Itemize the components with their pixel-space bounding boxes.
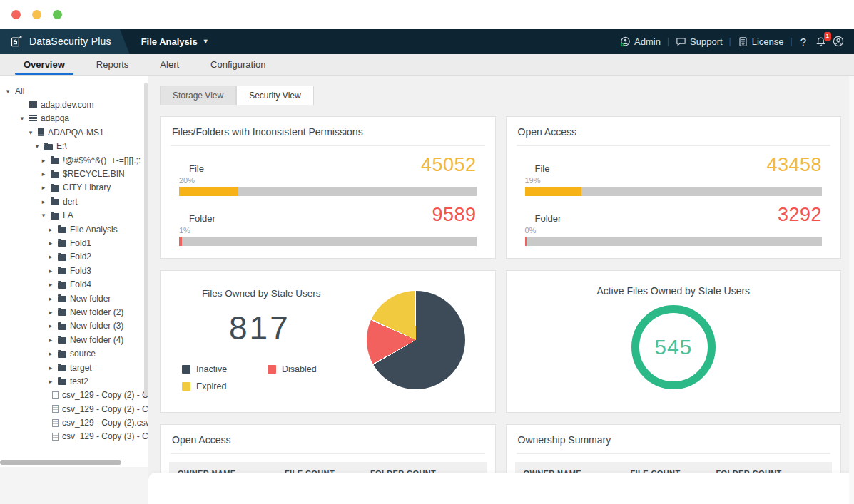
tab-reports[interactable]: Reports bbox=[88, 54, 138, 75]
profile-button[interactable] bbox=[833, 36, 844, 47]
tree-item-label: Fold1 bbox=[70, 238, 91, 248]
tree-item[interactable]: csv_129 - Copy (2).csv bbox=[0, 416, 148, 429]
brand-block[interactable]: DataSecurity Plus bbox=[0, 29, 130, 54]
chevron-right-icon[interactable]: ▸ bbox=[47, 309, 54, 316]
chevron-right-icon[interactable]: ▸ bbox=[47, 281, 54, 288]
sidebar-vertical-scrollbar[interactable] bbox=[144, 83, 148, 396]
tree-item-label: Fold2 bbox=[70, 252, 91, 262]
chevron-right-icon[interactable]: ▸ bbox=[47, 378, 54, 385]
tree-item[interactable]: csv_129 - Copy (2) - Copy - Cop bbox=[0, 389, 148, 402]
header-actions: Admin | Support | License | ? 1 bbox=[620, 36, 854, 48]
tab-configuration[interactable]: Configuration bbox=[202, 54, 274, 75]
separator: | bbox=[791, 36, 793, 46]
tree-item[interactable]: ▸Fold1 bbox=[0, 236, 148, 250]
folder-icon bbox=[58, 351, 66, 358]
tree-item[interactable]: ▾adapqa bbox=[0, 112, 148, 125]
tree-item[interactable]: csv_129 - Copy (3) - Copy.csv bbox=[0, 430, 148, 443]
tree-item-label: adapqa bbox=[41, 113, 69, 123]
folder-icon bbox=[51, 158, 59, 164]
chevron-right-icon[interactable]: ▸ bbox=[47, 364, 54, 371]
legend-item[interactable]: Inactive bbox=[182, 364, 260, 374]
domain-icon bbox=[29, 115, 37, 122]
tree-item[interactable]: ▾All bbox=[0, 84, 148, 98]
chevron-right-icon[interactable]: ▸ bbox=[40, 198, 47, 205]
admin-menu[interactable]: Admin bbox=[620, 36, 661, 47]
tree-item[interactable]: ▸test2 bbox=[0, 374, 148, 388]
support-menu[interactable]: Support bbox=[676, 36, 723, 47]
sidebar-horizontal-scrollbar[interactable] bbox=[0, 460, 121, 465]
chevron-right-icon[interactable]: ▸ bbox=[47, 226, 54, 233]
tree-item-label: Fold4 bbox=[70, 279, 91, 289]
tree-item[interactable]: csv_129 - Copy (2) - Copy.csv bbox=[0, 402, 148, 416]
tree-item-label: !@#$%^&()_+-=[][].;: bbox=[63, 155, 141, 165]
tree-item[interactable]: ▸New folder (3) bbox=[0, 319, 148, 333]
domain-icon bbox=[29, 101, 37, 108]
module-selector[interactable]: File Analysis ▼ bbox=[141, 36, 209, 47]
tree-item-label: File Analysis bbox=[70, 225, 118, 235]
stat-value: 43458 bbox=[766, 155, 822, 174]
tree-item[interactable]: ▸File Analysis bbox=[0, 222, 148, 236]
tree-item[interactable]: ▸target bbox=[0, 361, 148, 374]
tree-item[interactable]: ▸!@#$%^&()_+-=[][].;: bbox=[0, 153, 148, 167]
close-window-button[interactable] bbox=[11, 10, 21, 19]
tree-item-label: New folder bbox=[70, 294, 111, 304]
maximize-window-button[interactable] bbox=[53, 10, 62, 19]
legend-label: Disabled bbox=[282, 364, 317, 374]
card-title: Files Owned by Stale Users bbox=[202, 288, 367, 299]
chevron-right-icon[interactable]: ▸ bbox=[40, 184, 47, 191]
progress-bar bbox=[179, 237, 477, 246]
help-button[interactable]: ? bbox=[799, 36, 808, 48]
folder-icon bbox=[58, 254, 66, 261]
tree-item[interactable]: ▸Fold4 bbox=[0, 277, 148, 291]
chevron-right-icon[interactable]: ▸ bbox=[47, 350, 54, 357]
notifications-button[interactable]: 1 bbox=[815, 36, 826, 47]
card-open-access: Open Access File 43458 19% bbox=[506, 116, 842, 259]
tree-item[interactable]: ▾FA bbox=[0, 209, 148, 222]
chevron-right-icon[interactable]: ▸ bbox=[47, 336, 54, 344]
chevron-right-icon[interactable]: ▸ bbox=[40, 170, 47, 178]
tree-item[interactable]: ▸New folder bbox=[0, 292, 148, 305]
chevron-down-icon[interactable]: ▾ bbox=[27, 129, 34, 136]
tree-item[interactable]: ▸Fold3 bbox=[0, 264, 148, 277]
minimize-window-button[interactable] bbox=[32, 10, 41, 19]
chevron-down-icon[interactable]: ▾ bbox=[19, 115, 26, 122]
progress-bar bbox=[179, 187, 477, 196]
tab-alert[interactable]: Alert bbox=[151, 54, 188, 75]
tree-item[interactable]: ▸New folder (2) bbox=[0, 305, 148, 319]
tree-item-label: ADAPQA-MS1 bbox=[48, 128, 104, 138]
titlebar bbox=[0, 0, 854, 29]
tree-item[interactable]: ▸Fold2 bbox=[0, 250, 148, 264]
tree-item[interactable]: adap.dev.com bbox=[0, 98, 148, 111]
chevron-right-icon[interactable]: ▸ bbox=[47, 240, 54, 247]
tree-item-label: FA bbox=[63, 210, 73, 220]
stat-percent: 1% bbox=[179, 226, 477, 235]
tree-item[interactable]: ▾E:\ bbox=[0, 140, 148, 153]
license-menu[interactable]: License bbox=[738, 36, 784, 47]
main-content: Storage View Security View Files/Folders… bbox=[148, 76, 854, 504]
chevron-right-icon[interactable]: ▸ bbox=[40, 157, 47, 164]
chevron-down-icon[interactable]: ▾ bbox=[40, 212, 47, 219]
chevron-right-icon[interactable]: ▸ bbox=[47, 322, 54, 329]
chevron-right-icon[interactable]: ▸ bbox=[47, 253, 54, 260]
folder-icon bbox=[58, 268, 66, 274]
tree-item[interactable]: ▾ADAPQA-MS1 bbox=[0, 125, 148, 139]
progress-bar bbox=[525, 187, 823, 196]
legend-item[interactable]: Disabled bbox=[268, 364, 346, 374]
tree-item-label: E:\ bbox=[56, 141, 67, 151]
tree-item[interactable]: ▸New folder (4) bbox=[0, 333, 148, 346]
tab-storage-view[interactable]: Storage View bbox=[160, 86, 236, 105]
tree-item[interactable]: ▸source bbox=[0, 346, 148, 360]
legend-item[interactable]: Expired bbox=[182, 381, 260, 391]
tab-overview[interactable]: Overview bbox=[15, 54, 73, 75]
tree-item[interactable]: ▸$RECYCLE.BIN bbox=[0, 167, 148, 180]
stat-label: Folder bbox=[525, 213, 561, 224]
tree-item[interactable]: ▸dert bbox=[0, 195, 148, 208]
tree-item[interactable]: ▸CITY Library bbox=[0, 181, 148, 195]
tab-security-view[interactable]: Security View bbox=[236, 86, 313, 105]
chevron-down-icon[interactable]: ▾ bbox=[4, 88, 11, 95]
stat-percent: 20% bbox=[179, 176, 477, 185]
chevron-down-icon[interactable]: ▾ bbox=[34, 143, 41, 150]
chevron-down-icon: ▼ bbox=[203, 38, 209, 45]
chevron-right-icon[interactable]: ▸ bbox=[47, 295, 54, 302]
chevron-right-icon[interactable]: ▸ bbox=[47, 267, 54, 274]
